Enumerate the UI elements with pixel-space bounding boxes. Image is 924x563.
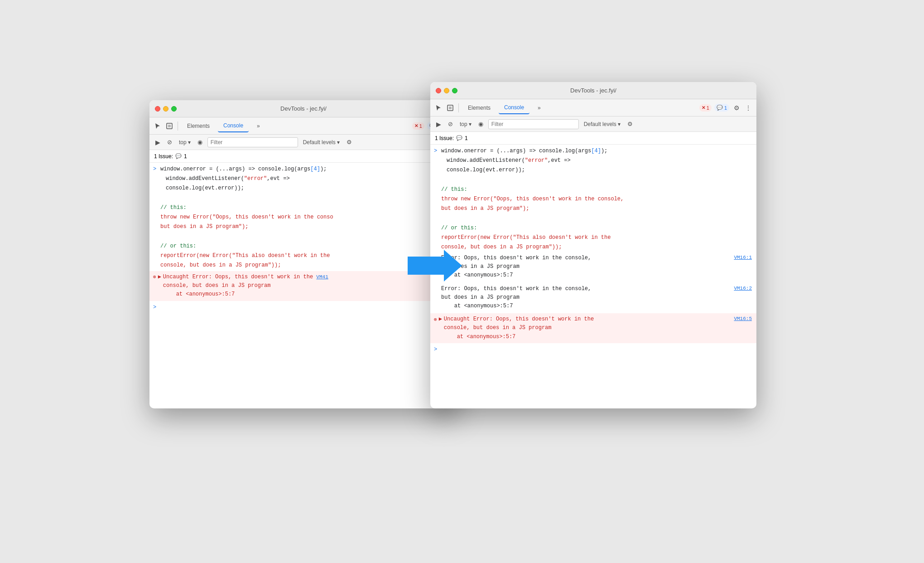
- filter-input-front[interactable]: [488, 119, 579, 129]
- titlebar-front: DevTools - jec.fyi/: [430, 82, 756, 99]
- eye-icon-front[interactable]: ◉: [476, 120, 486, 129]
- titlebar-back: DevTools - jec.fyi/: [149, 100, 457, 117]
- tab-elements-back[interactable]: Elements: [182, 120, 215, 132]
- error-output-2: Error: Oops, this doesn't work in the co…: [430, 283, 756, 313]
- ban-icon-back[interactable]: ⊘: [165, 138, 174, 147]
- console-prompt-back: >: [149, 303, 457, 311]
- console-front-blank-1: [430, 175, 756, 185]
- console-front-report-2: console, but does in a JS program"));: [430, 243, 756, 252]
- console-front-throw-1: throw new Error("Oops, this doesn't work…: [430, 194, 756, 204]
- window-title-front: DevTools - jec.fyi/: [570, 87, 616, 94]
- traffic-light-green-front[interactable]: [452, 88, 457, 93]
- error-icon-front: ✕: [702, 105, 705, 110]
- console-front-report-1: reportError(new Error("This also doesn't…: [430, 233, 756, 243]
- console-line-3: console.log(evt.error));: [149, 184, 457, 193]
- console-front-comment-2: // or this:: [430, 223, 756, 233]
- error-badge-front[interactable]: ✕ 1: [699, 104, 712, 112]
- devtools-window-front: DevTools - jec.fyi/ Elements Console » ✕: [430, 82, 756, 408]
- error-icon-circle-back: ⊗: [153, 273, 156, 282]
- issue-text-back: 1 Issue:: [154, 153, 173, 160]
- error-row-front: ⊗ ▶ Uncaught Error: Oops, this doesn't w…: [430, 313, 756, 343]
- cursor-icon[interactable]: [153, 121, 162, 131]
- svg-rect-1: [168, 125, 171, 127]
- window-title-back: DevTools - jec.fyi/: [280, 105, 327, 112]
- default-levels-front[interactable]: Default levels ▾: [582, 120, 623, 128]
- vm16-5-ref[interactable]: VM16:5: [734, 315, 752, 324]
- default-levels-back[interactable]: Default levels ▾: [301, 138, 342, 146]
- box-icon[interactable]: [165, 121, 174, 131]
- console-line-2: window.addEventListener("error",evt =>: [149, 174, 457, 184]
- error-badge-back[interactable]: ✕ 1: [412, 122, 424, 130]
- traffic-lights-front: [436, 88, 457, 93]
- svg-marker-2: [408, 250, 462, 282]
- message-count-front: 1: [724, 105, 727, 111]
- traffic-light-green[interactable]: [171, 106, 177, 112]
- tab-console-front[interactable]: Console: [499, 102, 529, 114]
- console-toolbar-back: ▶ ⊘ top ▾ ◉ Default levels ▾ ⚙: [149, 135, 457, 150]
- issue-count-front: 1: [465, 135, 468, 141]
- error-content-front: Uncaught Error: Oops, this doesn't work …: [444, 315, 752, 341]
- traffic-light-yellow[interactable]: [163, 106, 168, 112]
- tab-more-back[interactable]: »: [251, 120, 265, 132]
- toolbar-sep-1: [178, 121, 178, 131]
- error-circle-front: ⊗: [434, 316, 437, 324]
- console-blank-2: [149, 232, 457, 241]
- console-blank-1: [149, 194, 457, 203]
- tab-more-front[interactable]: »: [532, 102, 546, 114]
- traffic-lights-back: [155, 106, 177, 112]
- console-front-comment-1: // this:: [430, 185, 756, 194]
- console-content-front: > window.onerror = (...args) => console.…: [430, 145, 756, 355]
- main-toolbar-back: Elements Console » ✕ 1 💬 1 ⚙: [149, 117, 457, 135]
- traffic-light-red[interactable]: [155, 106, 160, 112]
- vm16-1-ref[interactable]: VM16:1: [734, 254, 752, 262]
- error-icon-back: ✕: [414, 123, 418, 128]
- play-icon-back[interactable]: ▶: [153, 138, 162, 147]
- issue-count-back: 1: [184, 153, 187, 160]
- issue-icon-back: 💬: [175, 153, 182, 159]
- box-icon-front[interactable]: [446, 103, 455, 112]
- play-icon-front[interactable]: ▶: [434, 120, 443, 129]
- more-icon-front[interactable]: ⋮: [744, 103, 753, 112]
- traffic-light-red-front[interactable]: [436, 88, 441, 93]
- filter-input-back[interactable]: [207, 137, 298, 147]
- error-count-back: 1: [419, 123, 422, 129]
- issue-icon-front: 💬: [456, 135, 462, 141]
- gear-icon-front[interactable]: ⚙: [732, 103, 741, 112]
- console-front-line-3: console.log(evt.error));: [430, 165, 756, 175]
- svg-rect-4: [449, 107, 452, 109]
- main-toolbar-front: Elements Console » ✕ 1 💬 1 ⚙ ⋮: [430, 99, 756, 116]
- traffic-light-yellow-front[interactable]: [444, 88, 449, 93]
- tab-console-back[interactable]: Console: [218, 120, 249, 132]
- console-front-line-1: > window.onerror = (...args) => console.…: [430, 146, 756, 156]
- message-icon-front: 💬: [717, 105, 723, 111]
- tab-elements-front[interactable]: Elements: [462, 102, 496, 114]
- top-dropdown-front[interactable]: top ▾: [457, 120, 474, 129]
- console-front-line-2: window.addEventListener("error",evt =>: [430, 156, 756, 165]
- error-triangle-back: ▶: [158, 273, 161, 282]
- ban-icon-front[interactable]: ⊘: [446, 120, 455, 129]
- console-comment-1: // this:: [149, 203, 457, 213]
- console-throw-1: throw new Error("Oops, this doesn't work…: [149, 213, 457, 222]
- eye-icon-back[interactable]: ◉: [196, 138, 205, 147]
- error-output-1: Error: Oops, this doesn't work in the co…: [430, 252, 756, 282]
- gear-icon-console-back[interactable]: ⚙: [345, 138, 354, 147]
- console-throw-2: but does in a JS program");: [149, 222, 457, 232]
- console-content-back: > window.onerror = (...args) => console.…: [149, 163, 457, 313]
- gear-icon-console-front[interactable]: ⚙: [626, 120, 635, 129]
- message-badge-front[interactable]: 💬 1: [714, 104, 729, 112]
- error-count-front: 1: [707, 105, 709, 111]
- cursor-icon-front[interactable]: [434, 103, 443, 112]
- top-dropdown-back[interactable]: top ▾: [177, 138, 193, 147]
- blue-arrow: [408, 250, 462, 283]
- main-scene: DevTools - jec.fyi/ Elements Console » ✕: [149, 59, 775, 504]
- console-line-1: > window.onerror = (...args) => console.…: [149, 165, 457, 174]
- issue-bar-front: 1 Issue: 💬 1: [430, 132, 756, 145]
- toolbar-sep-front: [458, 103, 459, 112]
- issue-bar-back: 1 Issue: 💬 1: [149, 150, 457, 163]
- console-prompt-front: >: [430, 345, 756, 353]
- vm16-2-ref[interactable]: VM16:2: [734, 285, 752, 293]
- console-toolbar-front: ▶ ⊘ top ▾ ◉ Default levels ▾ ⚙: [430, 116, 756, 132]
- issue-text-front: 1 Issue:: [435, 135, 454, 141]
- console-front-blank-2: [430, 214, 756, 223]
- console-front-throw-2: but does in a JS program");: [430, 204, 756, 214]
